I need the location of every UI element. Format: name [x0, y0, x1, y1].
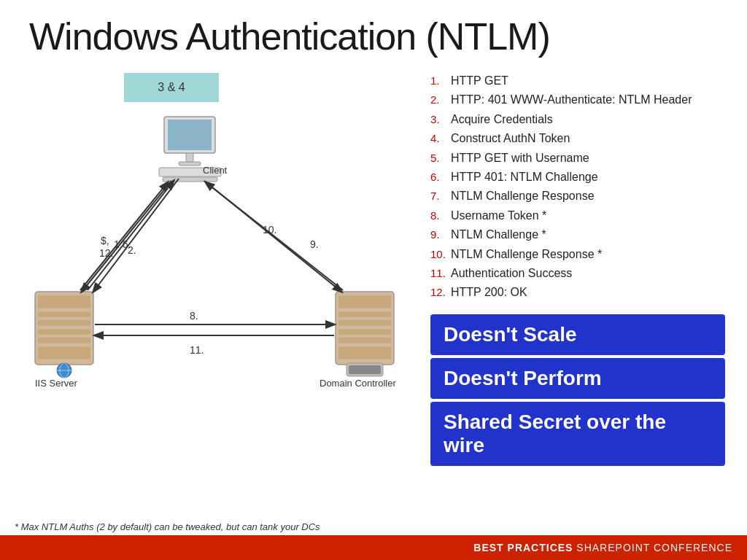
svg-text:12.: 12. [99, 247, 113, 259]
bottom-bar: BEST PRACTICES SHAREPOINT CONFERENCE [0, 535, 747, 560]
list-item: 7. NTLM Challenge Response [430, 188, 725, 204]
svg-rect-24 [338, 346, 391, 359]
svg-text:Domain Controller: Domain Controller [320, 378, 396, 389]
svg-rect-26 [349, 365, 381, 374]
svg-text:$,: $, [101, 235, 109, 246]
doesnt-scale-box: Doesn't Scale [430, 314, 725, 355]
page-title: Windows Authentication (NTLM) [29, 15, 718, 58]
svg-text:10.: 10. [263, 224, 276, 236]
blue-boxes: Doesn't Scale Doesn't Perform Shared Sec… [430, 314, 725, 466]
svg-rect-23 [338, 338, 391, 343]
doesnt-perform-box: Doesn't Perform [430, 358, 725, 399]
svg-rect-9 [38, 311, 90, 317]
list-item: 10. NTLM Challenge Response * [430, 246, 725, 262]
svg-line-31 [80, 182, 168, 290]
footer-note: * Max NTLM Auths (2 by default) can be t… [15, 521, 320, 532]
list-item: 3. Acquire Credentials [430, 112, 725, 128]
diagram-svg: Client IIS Server [22, 66, 416, 401]
bottom-bar-text: BEST PRACTICES SHAREPOINT CONFERENCE [473, 542, 732, 553]
title-area: Windows Authentication (NTLM) [0, 0, 747, 66]
list-item: 9. NTLM Challenge * [430, 227, 725, 243]
list-item: 1. HTTP GET [430, 73, 725, 89]
list-item: 11. Authentication Success [430, 265, 725, 281]
list-item: 2. HTTP: 401 WWW-Authenticate: NTLM Head… [430, 92, 725, 108]
right-panel: 1. HTTP GET 2. HTTP: 401 WWW-Authenticat… [416, 66, 725, 474]
svg-rect-21 [338, 320, 391, 326]
svg-text:IIS Server: IIS Server [35, 378, 77, 389]
numbered-list: 1. HTTP GET 2. HTTP: 401 WWW-Authenticat… [430, 73, 725, 301]
svg-line-33 [206, 182, 343, 290]
svg-text:8.: 8. [190, 310, 198, 322]
svg-rect-19 [338, 295, 391, 308]
svg-rect-12 [38, 338, 90, 343]
svg-rect-3 [179, 162, 201, 166]
svg-text:2.: 2. [128, 244, 136, 256]
content-area: 3 & 4 Client [0, 66, 747, 474]
svg-rect-22 [338, 329, 391, 335]
list-item: 5. HTTP GET with Username [430, 150, 725, 166]
svg-rect-20 [338, 311, 391, 317]
svg-line-30 [82, 181, 171, 292]
svg-text:9.: 9. [310, 238, 319, 250]
shared-secret-box: Shared Secret over the wire [430, 402, 725, 466]
svg-rect-1 [168, 120, 212, 150]
svg-text:Client: Client [203, 165, 228, 176]
diagram-area: 3 & 4 Client [22, 66, 416, 474]
svg-rect-11 [38, 329, 90, 335]
svg-rect-8 [38, 295, 90, 308]
svg-text:11.: 11. [190, 344, 204, 356]
list-item: 12. HTTP 200: OK [430, 284, 725, 300]
svg-rect-13 [38, 346, 90, 359]
svg-rect-10 [38, 320, 90, 326]
svg-rect-2 [186, 153, 193, 162]
list-item: 6. HTTP 401: NTLM Challenge [430, 169, 725, 185]
list-item: 4. Construct AuthN Token [430, 131, 725, 147]
list-item: 8. Username Token * [430, 208, 725, 224]
